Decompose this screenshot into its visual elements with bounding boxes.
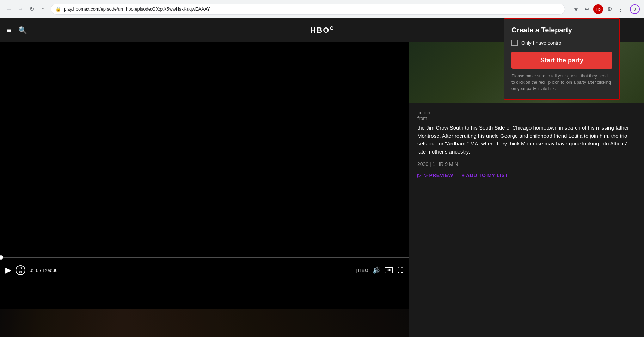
extensions-gear-button[interactable]: ⚙ xyxy=(605,4,614,14)
lock-icon: 🔒 xyxy=(55,6,61,12)
back-ext-button[interactable]: ↩ xyxy=(582,4,592,14)
add-list-label: + ADD TO MY LIST xyxy=(461,173,508,178)
episode-actions: ▷ ▷ PREVIEW + ADD TO MY LIST xyxy=(417,173,636,178)
fullscreen-button[interactable]: ⛶ xyxy=(397,267,404,274)
skip-forward-button[interactable]: ↺ 15 xyxy=(16,265,25,275)
teleparty-popup: Create a Teleparty Only I have control S… xyxy=(504,18,620,100)
hbo-logo-circle xyxy=(330,26,333,30)
home-button[interactable]: ⌂ xyxy=(38,4,48,14)
browser-nav-buttons: ← → ↻ ⌂ xyxy=(4,4,48,14)
thumbnail-inner xyxy=(0,309,409,337)
progress-fill xyxy=(0,257,1,258)
teleparty-title: Create a Teleparty xyxy=(511,26,612,34)
video-player[interactable]: ▶ ↺ 15 0:10 / 1:09:30 | HBO 🔊 CC ⛶ xyxy=(0,42,409,309)
episode-text-body: the Jim Crow South to his South Side of … xyxy=(417,124,636,156)
time-display: 0:10 / 1:09:30 xyxy=(30,268,58,273)
progress-bar[interactable] xyxy=(0,257,409,258)
hbo-logo: HBO xyxy=(311,26,334,35)
bookmark-button[interactable]: ★ xyxy=(571,4,581,14)
teleparty-hint-text: Please make sure to tell your guests tha… xyxy=(511,73,612,92)
forward-button[interactable]: → xyxy=(16,4,25,14)
header-left: ≡ 🔍 xyxy=(7,26,27,35)
reload-button[interactable]: ↻ xyxy=(27,4,37,14)
checkbox-label: Only I have control xyxy=(521,40,563,46)
browser-chrome: ← → ↻ ⌂ 🔒 play.hbomax.com/episode/urn:hb… xyxy=(0,0,644,18)
skip-seconds-label: 15 xyxy=(19,270,22,273)
episode-description: fiction from the Jim Crow South to his S… xyxy=(409,103,644,185)
volume-button[interactable]: 🔊 xyxy=(373,266,380,274)
preview-play-icon: ▷ xyxy=(417,173,422,178)
closed-captions-button[interactable]: CC xyxy=(385,267,393,273)
thumbnail-overlay xyxy=(0,309,409,337)
video-area: ▶ ↺ 15 0:10 / 1:09:30 | HBO 🔊 CC ⛶ xyxy=(0,42,409,337)
control-checkbox-row: Only I have control xyxy=(511,40,612,46)
user-initial: J xyxy=(634,7,636,11)
genre-prefix-text: fiction from xyxy=(417,110,636,121)
video-controls: ▶ ↺ 15 0:10 / 1:09:30 | HBO 🔊 CC ⛶ xyxy=(0,260,409,281)
main-content: ≡ 🔍 HBO ▶ ↺ 15 xyxy=(0,18,644,337)
user-avatar[interactable]: J xyxy=(630,4,640,14)
cc-label: CC xyxy=(387,268,391,272)
search-icon[interactable]: 🔍 xyxy=(18,26,27,35)
thumbnail-strip xyxy=(0,309,409,337)
hamburger-menu-icon[interactable]: ≡ xyxy=(7,26,11,35)
hbo-watermark: | HBO xyxy=(351,268,368,273)
chrome-menu-button[interactable]: ⋮ xyxy=(616,4,626,14)
url-text: play.hbomax.com/episode/urn:hbo:episode:… xyxy=(64,6,210,12)
skip-icon: ↺ xyxy=(19,267,22,270)
preview-label: ▷ PREVIEW xyxy=(424,173,453,178)
only-i-have-control-checkbox[interactable] xyxy=(511,40,518,46)
start-party-button[interactable]: Start the party xyxy=(511,52,612,69)
episode-meta: 2020 | 1 HR 9 MIN xyxy=(417,161,636,167)
preview-button[interactable]: ▷ ▷ PREVIEW xyxy=(417,173,453,178)
play-button[interactable]: ▶ xyxy=(5,266,11,275)
back-button[interactable]: ← xyxy=(4,4,14,14)
add-to-list-button[interactable]: + ADD TO MY LIST xyxy=(461,173,508,178)
browser-extensions: ★ ↩ Tp ⚙ ⋮ xyxy=(571,4,626,14)
teleparty-icon[interactable]: Tp xyxy=(593,4,603,14)
address-bar[interactable]: 🔒 play.hbomax.com/episode/urn:hbo:episod… xyxy=(51,4,565,15)
hbo-text: HBO xyxy=(311,26,330,35)
